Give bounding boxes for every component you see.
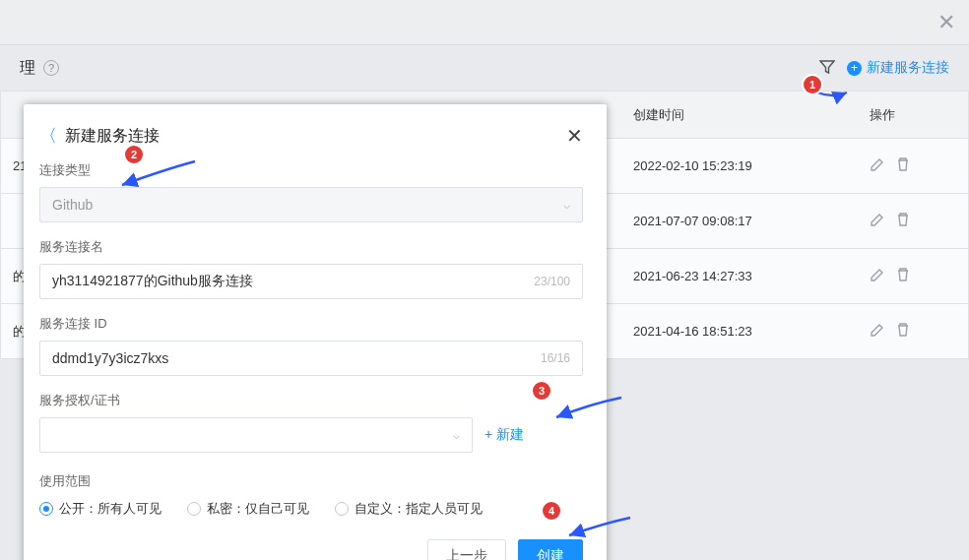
scope-radios: 公开：所有人可见 私密：仅自己可见 自定义：指定人员可见 <box>39 500 583 518</box>
new-connection-modal: 〈 新建服务连接 ✕ 连接类型 Github ⌵ 服务连接名 yh3114921… <box>24 104 607 560</box>
prev-button[interactable]: 上一步 <box>427 539 506 560</box>
edit-icon[interactable] <box>870 212 885 230</box>
plus-icon: + <box>847 61 862 76</box>
delete-icon[interactable] <box>895 156 911 175</box>
col-op: 操作 <box>858 92 966 138</box>
modal-close-icon[interactable]: ✕ <box>566 126 583 146</box>
name-value: yh3114921877的Github服务连接 <box>52 273 253 290</box>
annotation-arrow-4 <box>565 514 629 543</box>
annotation-dot-3: 3 <box>533 382 550 400</box>
annotation-arrow-3 <box>552 394 621 423</box>
new-auth-link[interactable]: + 新建 <box>484 426 524 444</box>
id-input[interactable]: ddmd1y7y3icz7kxs 16/16 <box>39 341 583 376</box>
edit-icon[interactable] <box>870 322 885 341</box>
new-connection-link[interactable]: + 新建服务连接 <box>847 59 949 77</box>
chevron-down-icon: ⌵ <box>453 428 460 442</box>
scope-public-label: 公开：所有人可见 <box>59 500 162 518</box>
annotation-dot-1: 1 <box>804 76 821 93</box>
radio-icon <box>39 502 53 516</box>
annotation-dot-4: 4 <box>543 502 560 520</box>
close-icon[interactable]: ✕ <box>937 10 955 35</box>
name-input[interactable]: yh3114921877的Github服务连接 23/100 <box>39 264 583 299</box>
cell-date: 2021-07-07 09:08:17 <box>621 194 858 248</box>
title-bar: 理 ? + 新建服务连接 <box>0 45 969 91</box>
radio-icon <box>187 502 201 516</box>
back-icon[interactable]: 〈 <box>39 124 57 148</box>
cell-date: 2021-06-23 14:27:33 <box>621 249 858 303</box>
modal-title: 新建服务连接 <box>65 126 160 147</box>
filter-icon[interactable] <box>819 59 835 78</box>
auth-select[interactable]: ⌵ <box>39 417 473 453</box>
scope-public[interactable]: 公开：所有人可见 <box>39 500 162 518</box>
id-value: ddmd1y7y3icz7kxs <box>52 350 168 366</box>
top-header: ✕ <box>0 0 969 45</box>
delete-icon[interactable] <box>895 267 911 285</box>
scope-private[interactable]: 私密：仅自己可见 <box>187 500 309 518</box>
annotation-dot-2: 2 <box>125 146 143 163</box>
label-id: 服务连接 ID <box>39 315 583 333</box>
label-name: 服务连接名 <box>39 238 583 256</box>
page-title: 理 <box>20 58 35 79</box>
id-count: 16/16 <box>541 351 570 365</box>
edit-icon[interactable] <box>870 267 885 285</box>
scope-custom-label: 自定义：指定人员可见 <box>355 500 483 518</box>
scope-private-label: 私密：仅自己可见 <box>207 500 309 518</box>
delete-icon[interactable] <box>895 212 911 230</box>
radio-icon <box>335 502 349 516</box>
cell-op <box>858 304 966 358</box>
cell-date: 2021-04-16 18:51:23 <box>621 304 858 358</box>
type-value: Github <box>52 197 93 213</box>
edit-icon[interactable] <box>870 156 885 175</box>
delete-icon[interactable] <box>895 322 911 341</box>
cell-op <box>858 139 966 193</box>
cell-op <box>858 194 966 248</box>
help-icon[interactable]: ? <box>43 60 59 76</box>
label-auth: 服务授权/证书 <box>39 392 583 409</box>
new-connection-label: 新建服务连接 <box>867 59 949 77</box>
label-scope: 使用范围 <box>39 472 583 490</box>
cell-op <box>858 249 966 303</box>
name-count: 23/100 <box>534 275 570 288</box>
annotation-arrow-1 <box>815 89 845 106</box>
chevron-down-icon: ⌵ <box>563 198 570 212</box>
scope-custom[interactable]: 自定义：指定人员可见 <box>335 500 483 518</box>
cell-date: 2022-02-10 15:23:19 <box>621 139 858 193</box>
